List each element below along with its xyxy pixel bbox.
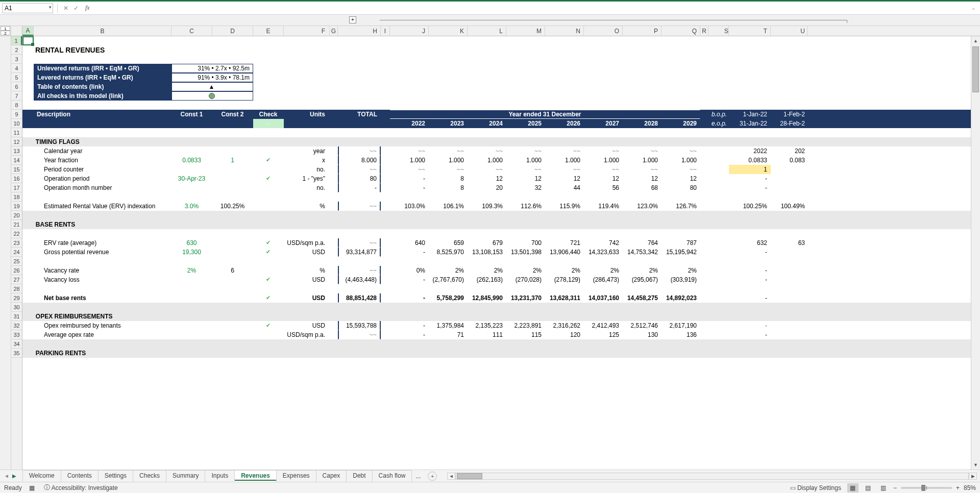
row-header-10[interactable]: 10 [11,119,22,128]
gap[interactable] [700,330,708,339]
hdr-bop-date2[interactable]: 1-Feb-2 [771,110,807,119]
cell-const2[interactable]: 100.25% [212,202,253,211]
cell[interactable] [330,119,338,128]
returns-label[interactable]: All checks in this model (link) [34,91,172,101]
cell-year[interactable]: 119.4% [584,202,623,211]
gap[interactable] [708,266,729,275]
cell[interactable] [22,45,34,55]
tab-nav-arrows[interactable]: ◄ ▶ [3,473,17,479]
cell[interactable] [22,82,34,91]
cell-const1[interactable] [172,293,212,303]
row-outline-level-1[interactable]: 1 [1,26,10,31]
cell[interactable] [22,312,34,321]
hdr-year[interactable]: 2025 [506,119,545,128]
cell-check[interactable]: ✔ [253,321,284,330]
cell-year[interactable]: ~~ [662,146,700,156]
cell-total[interactable]: 80 [338,174,381,183]
cell-year[interactable]: 2% [662,266,700,275]
zoom-thumb[interactable] [921,485,925,491]
row-header-20[interactable]: 20 [11,211,22,220]
cell-month1[interactable]: 0.0833 [729,156,771,165]
hdr-bop[interactable]: b.o.p. [708,110,729,119]
col-header-O[interactable]: O [584,26,623,36]
row-desc[interactable]: Vacancy loss [34,275,172,284]
cell-year[interactable]: ~~ [662,165,700,174]
row-header-21[interactable]: 21 [11,220,22,229]
hdr-year[interactable]: 2027 [584,119,623,128]
cell-year[interactable]: 2% [468,266,506,275]
cell-units[interactable]: % [284,266,330,275]
cell-year[interactable]: 1.000 [623,156,662,165]
cell-year[interactable]: 44 [545,183,584,192]
cell-month2[interactable] [771,174,807,183]
gap[interactable] [708,293,729,303]
cell-const1[interactable] [172,321,212,330]
cell-check[interactable]: ✔ [253,293,284,303]
cell-year[interactable]: 2,135,223 [468,321,506,330]
col-header-C[interactable]: C [172,26,212,36]
col-header-T[interactable]: T [729,26,771,36]
display-settings-button[interactable]: ▭ Display Settings [788,483,843,492]
cell-units[interactable]: USD [284,248,330,257]
cell-year[interactable]: 721 [545,238,584,248]
gap[interactable] [330,238,338,248]
cell-units[interactable]: x [284,156,330,165]
hdr-year[interactable]: 2026 [545,119,584,128]
returns-label[interactable]: Table of contents (link) [34,82,172,91]
cell-total[interactable]: 93,314,877 [338,248,381,257]
hdr-check-val[interactable]: - [253,119,284,128]
cell-const1[interactable]: 630 [172,238,212,248]
cell-year[interactable]: (262,163) [468,275,506,284]
returns-value[interactable]: 31% • 2.7x • 92.5m [172,64,253,73]
cell-year[interactable]: 2,316,262 [545,321,584,330]
cell-year[interactable]: 742 [584,238,623,248]
sheet-tab-debt[interactable]: Debt [346,470,372,482]
cell-year[interactable]: 12 [662,174,700,183]
gap[interactable] [708,165,729,174]
hdr-eop[interactable]: e.o.p. [708,119,729,128]
cell-month1[interactable]: 1 [729,165,771,174]
cell[interactable] [22,321,34,330]
gap[interactable] [330,248,338,257]
row-header-19[interactable]: 19 [11,202,22,211]
name-box-dropdown-icon[interactable]: ▾ [49,5,52,10]
hdr-bop-date[interactable]: 1-Jan-22 [729,110,771,119]
row-header-11[interactable]: 11 [11,128,22,137]
cell-month2[interactable] [771,266,807,275]
formula-input[interactable] [95,3,967,13]
cell-year[interactable]: ~~ [429,146,468,156]
row-header-30[interactable]: 30 [11,303,22,312]
cell-const2[interactable] [212,275,253,284]
cell-year[interactable]: 2% [506,266,545,275]
gap[interactable] [381,330,390,339]
row-headers[interactable]: 1234567891011121314151617181920212223242… [11,36,22,470]
cell-const1[interactable] [172,330,212,339]
gap[interactable] [330,183,338,192]
hdr-year[interactable]: 2028 [623,119,662,128]
row-desc[interactable]: Gross potential revenue [34,248,172,257]
cell-year[interactable]: 14,458,275 [623,293,662,303]
row-header-28[interactable]: 28 [11,284,22,293]
cell-year[interactable]: 13,628,311 [545,293,584,303]
cell-year[interactable]: 106.1% [429,202,468,211]
cell-year[interactable]: 1.000 [468,156,506,165]
cell-year[interactable]: - [390,183,429,192]
cell-year[interactable]: 80 [662,183,700,192]
cell-year[interactable]: 12,845,990 [468,293,506,303]
row-header-31[interactable]: 31 [11,312,22,321]
cell-check[interactable] [253,266,284,275]
cell-units[interactable]: USD [284,293,330,303]
sheet-tab-cash-flow[interactable]: Cash flow [372,470,412,482]
row-header-15[interactable]: 15 [11,165,22,174]
cell-year[interactable]: 1.000 [545,156,584,165]
gap[interactable] [700,146,708,156]
cell-const2[interactable] [212,321,253,330]
cell-total[interactable]: ~~ [338,238,381,248]
cell-year[interactable]: ~~ [545,146,584,156]
gap[interactable] [708,248,729,257]
gap[interactable] [708,202,729,211]
cell-year[interactable]: - [390,174,429,183]
page-title[interactable]: RENTAL REVENUES [34,45,172,55]
cell-const1[interactable] [172,275,212,284]
col-header-N[interactable]: N [545,26,584,36]
